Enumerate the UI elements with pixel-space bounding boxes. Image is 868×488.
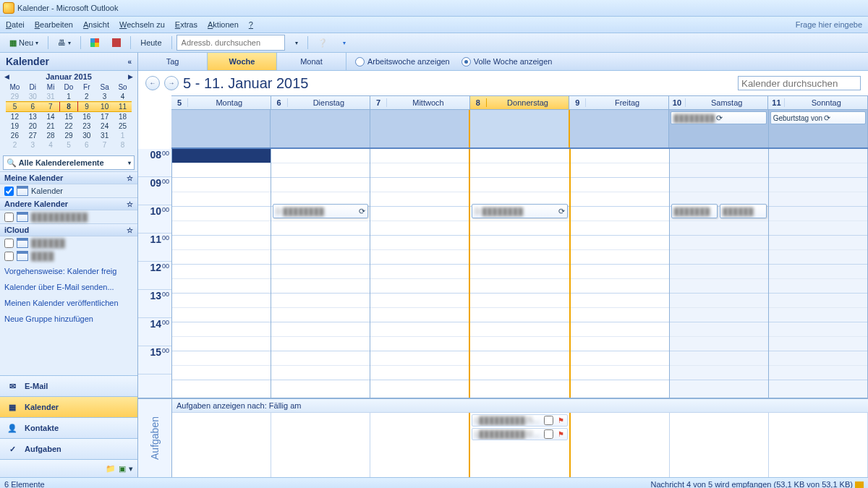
menu-aktionen[interactable]: Aktionen: [208, 20, 239, 29]
tasks-pane: Aufgaben Aufgaben anzeigen nach: Fällig …: [138, 398, 868, 477]
next-week-button[interactable]: →: [164, 76, 179, 90]
sidebar-link[interactable]: Neue Gruppe hinzufügen: [4, 314, 133, 323]
time-label: 1000: [138, 205, 171, 234]
calendar-item[interactable]: ██████████: [0, 210, 137, 223]
app-icon: [3, 2, 14, 14]
collapse-sidebar-icon[interactable]: «: [127, 58, 132, 66]
sidebar-link[interactable]: Meinen Kalender veröffentlichen: [4, 299, 133, 307]
appointment[interactable]: D ████████⟳: [472, 204, 567, 218]
nav-kontakte[interactable]: 👤Kontakte: [0, 417, 137, 438]
menu-?[interactable]: ?: [249, 20, 253, 29]
print-button[interactable]: 🖶▾: [53, 35, 76, 51]
day-column[interactable]: [172, 149, 271, 398]
task-item[interactable]: L█████████32...⚑: [472, 428, 567, 440]
task-cell[interactable]: [370, 413, 469, 477]
calendar-item[interactable]: Kalender: [0, 184, 137, 197]
calendar-item[interactable]: ██████: [0, 236, 137, 249]
statusbar: 6 Elemente Nachricht 4 von 5 wird empfan…: [0, 477, 868, 488]
day-column[interactable]: [571, 149, 670, 398]
day-column[interactable]: D ████████⟳: [271, 149, 370, 398]
menu-datei[interactable]: Datei: [6, 20, 25, 29]
calendar-group[interactable]: Andere Kalender☆: [0, 197, 137, 210]
allday-cell[interactable]: [171, 110, 271, 147]
menu-bearbeiten[interactable]: Bearbeiten: [35, 20, 73, 29]
status-right: Nachricht 4 von 5 wird empfangen (53,1 K…: [651, 480, 864, 488]
day-header[interactable]: 6Dienstag: [271, 96, 371, 109]
view-radio[interactable]: Arbeitswoche anzeigen: [355, 57, 450, 67]
sidebar-link[interactable]: Kalender über E-Mail senden...: [4, 283, 133, 291]
allday-cell[interactable]: [469, 110, 570, 147]
day-header[interactable]: 7Mittwoch: [370, 96, 470, 109]
menu-extras[interactable]: Extras: [175, 20, 197, 29]
view-tab-woche[interactable]: Woche: [208, 53, 277, 70]
toolbar: ▦Neu▾ 🖶▾ Heute ▾ ❔ ▾: [0, 33, 868, 53]
day-column[interactable]: [370, 149, 469, 398]
today-button[interactable]: Heute: [135, 35, 166, 51]
allday-cell[interactable]: ████████ ⟳: [669, 110, 768, 147]
task-cell[interactable]: L█████████25...⚑L█████████32...⚑: [469, 413, 570, 477]
day-column[interactable]: █████████████: [670, 149, 769, 398]
allday-event[interactable]: Geburtstag von ⟳: [770, 111, 866, 124]
menu-wechseln zu[interactable]: Wechseln zu: [119, 20, 165, 29]
allday-cell[interactable]: [570, 110, 669, 147]
appointment[interactable]: ███████: [671, 204, 718, 218]
day-header[interactable]: 5Montag: [171, 96, 271, 109]
view-radio[interactable]: Volle Woche anzeigen: [461, 57, 553, 67]
task-item[interactable]: L█████████25...⚑: [472, 414, 567, 427]
day-header[interactable]: 10Samstag: [669, 96, 769, 109]
time-label: 1500: [138, 346, 171, 374]
menu-ansicht[interactable]: Ansicht: [83, 20, 109, 29]
calendar-group[interactable]: iCloud☆: [0, 223, 137, 236]
prev-week-button[interactable]: ←: [145, 76, 160, 90]
task-cell[interactable]: [670, 413, 769, 477]
task-cell[interactable]: [769, 413, 868, 477]
task-cell[interactable]: [172, 413, 271, 477]
permissions-button[interactable]: [107, 35, 126, 51]
calendar-item[interactable]: ████: [0, 249, 137, 262]
folder-icon[interactable]: 📁: [106, 464, 116, 474]
nav-e-mail[interactable]: ✉E-Mail: [0, 375, 137, 396]
allday-cell[interactable]: Geburtstag von ⟳: [769, 110, 868, 147]
appointment[interactable]: ██████: [720, 204, 767, 218]
calendar-group[interactable]: Meine Kalender☆: [0, 171, 137, 184]
task-cell[interactable]: [571, 413, 670, 477]
time-label: 1300: [138, 290, 171, 318]
task-cell[interactable]: [271, 413, 370, 477]
allday-cell[interactable]: [271, 110, 370, 147]
tasks-header: Aufgaben anzeigen nach: Fällig am: [172, 399, 868, 413]
next-month-icon[interactable]: ▶: [128, 73, 133, 80]
allday-event[interactable]: ████████ ⟳: [671, 111, 766, 124]
categorize-button[interactable]: [85, 35, 104, 51]
calendar-search[interactable]: [738, 76, 861, 90]
shortcuts-icon[interactable]: ▣: [119, 464, 126, 474]
date-range-title: 5 - 11. Januar 2015: [183, 75, 308, 92]
allday-cell[interactable]: [370, 110, 469, 147]
toolbar-options[interactable]: ▾: [336, 35, 351, 51]
allday-row[interactable]: ████████ ⟳Geburtstag von ⟳: [171, 110, 868, 149]
appointment[interactable]: D ████████⟳: [273, 204, 368, 218]
day-header[interactable]: 8Donnerstag: [470, 96, 570, 109]
month-nav: ◀ Januar 2015 ▶: [0, 71, 137, 82]
view-tab-tag[interactable]: Tag: [138, 53, 208, 70]
search-dropdown[interactable]: ▾: [288, 35, 303, 51]
view-tabs: TagWocheMonat Arbeitswoche anzeigenVolle…: [138, 53, 868, 71]
menubar: DateiBearbeitenAnsichtWechseln zuExtrasA…: [0, 17, 868, 33]
time-label: 0900: [138, 177, 171, 205]
new-button[interactable]: ▦Neu▾: [4, 35, 43, 51]
day-column[interactable]: [769, 149, 868, 398]
day-header[interactable]: 11Sonntag: [768, 96, 868, 109]
address-search[interactable]: [176, 35, 285, 51]
day-column[interactable]: D ████████⟳: [469, 149, 570, 398]
view-tab-monat[interactable]: Monat: [277, 53, 346, 70]
search-all-calendar-items[interactable]: 🔍 Alle Kalenderelemente▾: [3, 155, 135, 170]
sidebar-link[interactable]: Vorgehensweise: Kalender freig: [4, 267, 133, 275]
nav-options-icon[interactable]: ▾: [129, 464, 133, 474]
help-prompt[interactable]: Frage hier eingebe: [796, 20, 862, 29]
prev-month-icon[interactable]: ◀: [4, 73, 9, 80]
nav-kalender[interactable]: ▦Kalender: [0, 396, 137, 417]
mini-calendar[interactable]: MoDiMiDoFrSaSo29303112345678910111213141…: [0, 82, 137, 154]
help-button[interactable]: ❔: [312, 35, 333, 51]
time-grid[interactable]: 08000900100011001200130014001500 D █████…: [138, 149, 868, 398]
nav-aufgaben[interactable]: ✓Aufgaben: [0, 438, 137, 459]
day-header[interactable]: 9Freitag: [569, 96, 669, 109]
